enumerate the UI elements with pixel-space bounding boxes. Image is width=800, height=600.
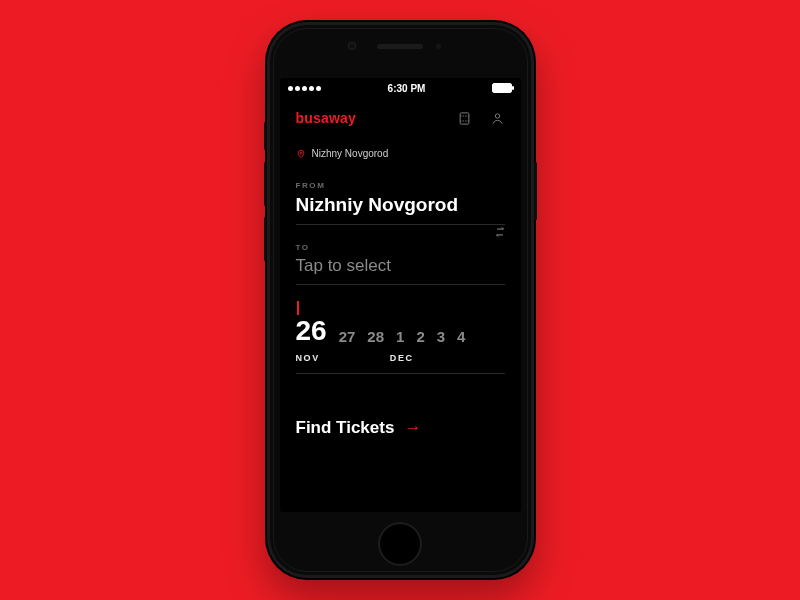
date-option[interactable]: 4 [457, 328, 465, 345]
date-picker[interactable]: 26 27 28 1 2 3 4 NOV DEC [296, 301, 505, 374]
date-option[interactable]: 28 [367, 328, 384, 345]
find-tickets-label: Find Tickets [296, 418, 395, 438]
battery-icon [492, 83, 512, 93]
screen: 6:30 PM busaway [280, 78, 521, 512]
date-option[interactable]: 27 [339, 328, 356, 345]
app-content: busaway [280, 98, 521, 438]
header: busaway [296, 110, 505, 126]
date-months: NOV DEC [296, 353, 505, 363]
current-location-label: Nizhny Novgorod [312, 148, 389, 159]
mute-switch [264, 122, 267, 150]
date-option[interactable]: 3 [437, 328, 445, 345]
location-pin-icon [296, 149, 306, 159]
month-label: DEC [390, 353, 414, 363]
divider [296, 284, 505, 285]
status-time: 6:30 PM [388, 83, 426, 94]
power-button [534, 162, 537, 220]
status-bar: 6:30 PM [280, 78, 521, 98]
home-button[interactable] [378, 522, 422, 566]
find-tickets-button[interactable]: Find Tickets → [296, 418, 505, 438]
divider [296, 224, 505, 225]
swap-icon[interactable] [493, 225, 507, 239]
front-camera [348, 42, 356, 50]
divider [296, 373, 505, 374]
ticket-icon[interactable] [457, 111, 472, 126]
volume-down [264, 217, 267, 261]
date-days: 26 27 28 1 2 3 4 [296, 317, 505, 345]
volume-up [264, 162, 267, 206]
signal-dots-icon [288, 86, 321, 91]
from-value: Nizhniy Novgorod [296, 194, 505, 216]
current-location[interactable]: Nizhny Novgorod [296, 148, 505, 159]
to-placeholder: Tap to select [296, 256, 505, 276]
date-selected[interactable]: 26 [296, 317, 327, 345]
speaker [377, 44, 423, 49]
svg-point-1 [495, 113, 499, 117]
from-field[interactable]: FROM Nizhniy Novgorod [296, 181, 505, 225]
proximity-sensor [436, 44, 441, 49]
date-option[interactable]: 2 [416, 328, 424, 345]
brand-logo[interactable]: busaway [296, 110, 357, 126]
to-heading: TO [296, 243, 505, 252]
header-actions [457, 111, 505, 126]
date-indicator [297, 301, 299, 315]
stage: 6:30 PM busaway [0, 0, 800, 600]
to-field[interactable]: TO Tap to select [296, 243, 505, 285]
from-heading: FROM [296, 181, 505, 190]
phone-frame: 6:30 PM busaway [267, 22, 534, 578]
date-option[interactable]: 1 [396, 328, 404, 345]
svg-point-2 [299, 152, 301, 154]
svg-rect-0 [460, 112, 469, 123]
user-icon[interactable] [490, 111, 505, 126]
arrow-right-icon: → [404, 418, 421, 438]
month-label: NOV [296, 353, 320, 363]
